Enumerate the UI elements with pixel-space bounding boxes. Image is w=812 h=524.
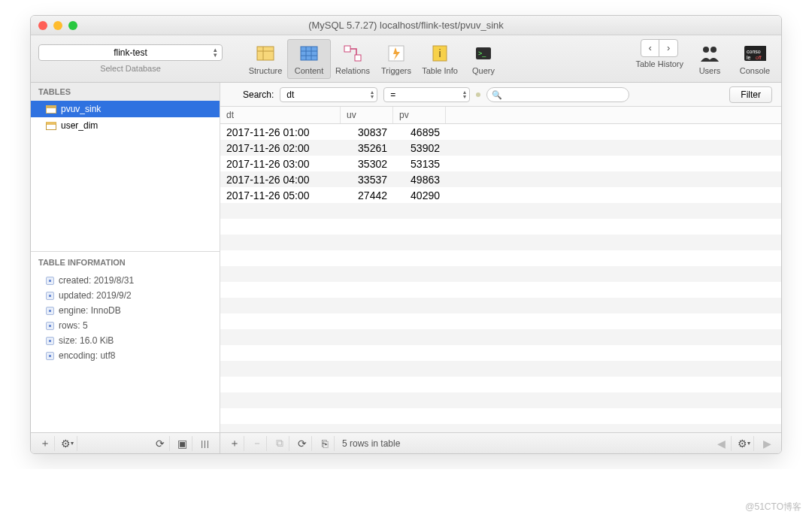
status-text: 5 rows in table — [338, 438, 400, 449]
database-selector-value: flink-test — [114, 47, 147, 58]
console-icon: consoleoff — [744, 43, 766, 64]
separator-dot — [476, 92, 480, 97]
table-row[interactable]: 2017-11-26 01:003083746895 — [220, 124, 781, 140]
tab-table-info[interactable]: i Table Info — [418, 39, 462, 79]
query-icon: >_ — [472, 43, 495, 64]
svg-rect-9 — [355, 55, 361, 61]
content-icon — [298, 43, 320, 64]
gear-menu-button[interactable]: ⚙▾ — [735, 436, 754, 451]
search-operator-select[interactable]: = ▴▾ — [383, 87, 470, 102]
content-area: Search: dt ▴▾ = ▴▾ 🔍 Filter dt uv — [220, 83, 781, 432]
add-button[interactable]: ＋ — [35, 436, 55, 451]
tab-relations[interactable]: Relations — [331, 39, 374, 79]
table-row[interactable] — [220, 313, 781, 329]
table-icon — [46, 105, 56, 114]
add-row-button[interactable]: ＋ — [225, 436, 244, 451]
svg-point-16 — [710, 47, 717, 53]
search-label: Search: — [243, 89, 274, 100]
table-row[interactable]: 2017-11-26 02:003526153902 — [220, 140, 781, 156]
toggle-info-button[interactable]: ▣ — [173, 436, 192, 451]
table-information: TABLE INFORMATION created: 2019/8/31 upd… — [31, 251, 220, 432]
sidebar-tables-header: TABLES — [31, 83, 220, 101]
chevron-updown-icon: ▴▾ — [371, 90, 374, 99]
svg-text:>_: >_ — [478, 50, 486, 57]
users-icon — [698, 43, 721, 64]
filter-button[interactable]: Filter — [729, 86, 772, 103]
tab-triggers[interactable]: Triggers — [374, 39, 418, 79]
database-selector-caption: Select Database — [100, 64, 161, 73]
table-row[interactable] — [220, 203, 781, 219]
svg-text:off: off — [756, 55, 762, 60]
svg-rect-0 — [257, 47, 274, 60]
svg-rect-8 — [344, 46, 350, 52]
table-row[interactable] — [220, 377, 781, 392]
tab-query[interactable]: >_ Query — [462, 39, 505, 79]
history-back-button[interactable]: ‹ — [641, 40, 659, 56]
tab-content[interactable]: Content — [287, 39, 331, 79]
table-history-nav: ‹ › — [641, 39, 678, 57]
tab-structure[interactable]: Structure — [244, 39, 287, 79]
titlebar: (MySQL 5.7.27) localhost/flink-test/pvuv… — [31, 16, 781, 35]
table-row[interactable]: 2017-11-26 05:002744240290 — [220, 187, 781, 203]
bullet-icon — [46, 322, 54, 330]
table-info-header: TABLE INFORMATION — [38, 258, 212, 267]
table-row[interactable] — [220, 345, 781, 361]
table-item-label: user_dim — [61, 120, 98, 131]
table-row[interactable] — [220, 408, 781, 424]
search-icon: 🔍 — [492, 90, 502, 100]
table-row[interactable] — [220, 298, 781, 313]
table-row[interactable] — [220, 219, 781, 235]
collapse-sidebar-button[interactable]: ||| — [195, 436, 215, 451]
reload-button[interactable]: ⟳ — [292, 436, 312, 451]
bullet-icon — [46, 277, 54, 285]
table-row[interactable] — [220, 392, 781, 408]
copy-button[interactable]: ⎘ — [315, 436, 335, 451]
structure-icon — [254, 43, 277, 64]
grid-body[interactable]: 2017-11-26 01:0030837468952017-11-26 02:… — [220, 124, 781, 432]
table-row[interactable] — [220, 282, 781, 298]
table-row[interactable] — [220, 250, 781, 266]
table-row[interactable] — [220, 329, 781, 345]
refresh-button[interactable]: ⟳ — [150, 436, 170, 451]
table-row[interactable]: 2017-11-26 03:003530253135 — [220, 156, 781, 171]
column-uv[interactable]: uv — [341, 107, 393, 123]
relations-icon — [341, 43, 364, 64]
database-selector[interactable]: flink-test ▴▾ — [38, 44, 223, 61]
next-page-button[interactable]: ▶ — [757, 436, 777, 451]
table-row[interactable] — [220, 361, 781, 377]
toolbar-tabs: Structure Content Relations Triggers — [244, 39, 505, 79]
gear-button[interactable]: ⚙▾ — [58, 436, 77, 451]
sidebar: TABLES pvuv_sink user_dim TABLE INFORMAT… — [31, 83, 220, 432]
table-info-icon: i — [429, 43, 451, 64]
remove-row-button[interactable]: － — [247, 436, 267, 451]
bullet-icon — [46, 292, 54, 300]
prev-page-button[interactable]: ◀ — [712, 436, 732, 451]
column-dt[interactable]: dt — [220, 107, 341, 123]
search-field-select[interactable]: dt ▴▾ — [280, 87, 377, 102]
app-window: (MySQL 5.7.27) localhost/flink-test/pvuv… — [30, 15, 782, 454]
table-row[interactable]: 2017-11-26 04:003353749863 — [220, 171, 781, 187]
chevron-updown-icon: ▴▾ — [463, 90, 466, 99]
search-input[interactable]: 🔍 — [486, 87, 629, 102]
bullet-icon — [46, 307, 54, 315]
table-row[interactable] — [220, 424, 781, 432]
history-forward-button[interactable]: › — [659, 40, 677, 56]
table-item-user-dim[interactable]: user_dim — [31, 117, 220, 134]
table-item-pvuv-sink[interactable]: pvuv_sink — [31, 101, 220, 117]
table-row[interactable] — [220, 266, 781, 282]
svg-point-15 — [703, 47, 709, 53]
window-title: (MySQL 5.7.27) localhost/flink-test/pvuv… — [31, 20, 781, 31]
svg-text:conso: conso — [747, 49, 761, 54]
column-pv[interactable]: pv — [393, 107, 446, 123]
table-icon — [46, 122, 56, 130]
users-button[interactable]: Users — [692, 39, 727, 79]
svg-text:i: i — [438, 47, 441, 59]
grid-header: dt uv pv — [220, 107, 781, 124]
search-bar: Search: dt ▴▾ = ▴▾ 🔍 Filter — [220, 83, 781, 107]
table-row[interactable] — [220, 235, 781, 250]
tables-list: pvuv_sink user_dim — [31, 101, 220, 251]
duplicate-row-button[interactable]: ⧉ — [270, 436, 289, 451]
toolbar: flink-test ▴▾ Select Database Structure … — [31, 35, 781, 83]
console-button[interactable]: consoleoff Console — [736, 39, 774, 79]
bullet-icon — [46, 352, 54, 360]
